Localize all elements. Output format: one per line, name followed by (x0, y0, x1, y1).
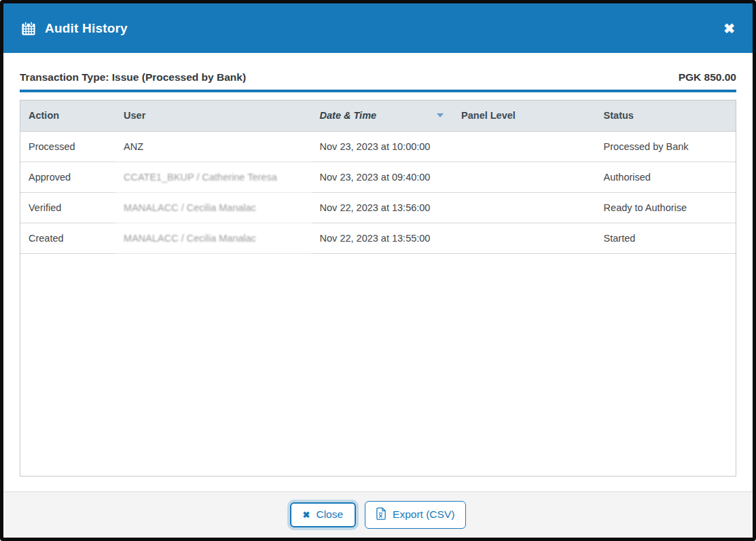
file-csv-icon (376, 507, 386, 523)
modal-footer: ✖ Close Export (CSV) (3, 491, 753, 538)
cell-user: ANZ (115, 131, 312, 162)
transaction-type-label: Transaction Type: Issue (Processed by Ba… (20, 71, 246, 83)
cell-action: Verified (20, 192, 115, 223)
cell-action: Processed (20, 131, 115, 162)
column-header-date-time[interactable]: Date & Time (312, 100, 453, 131)
cell-action: Approved (20, 162, 115, 192)
close-icon[interactable]: ✖ (723, 22, 735, 35)
cell-panel-level (453, 131, 596, 162)
cell-panel-level (453, 223, 596, 253)
cell-user: MANALACC / Cecilia Manalac (115, 192, 312, 223)
audit-history-table: Action User Date & Time Panel Level Stat… (20, 100, 736, 477)
cell-status: Ready to Authorise (596, 192, 736, 223)
cell-panel-level (453, 192, 596, 223)
table-row: Processed ANZ Nov 23, 2023 at 10:00:00 P… (20, 131, 736, 162)
cell-datetime: Nov 23, 2023 at 10:00:00 (312, 131, 453, 162)
transaction-amount: PGK 850.00 (679, 71, 736, 83)
export-csv-button[interactable]: Export (CSV) (365, 501, 466, 529)
cell-datetime: Nov 23, 2023 at 09:40:00 (312, 162, 453, 192)
cell-status: Authorised (596, 162, 736, 192)
cell-datetime: Nov 22, 2023 at 13:56:00 (312, 192, 453, 223)
table-row: Verified MANALACC / Cecilia Manalac Nov … (20, 192, 736, 223)
modal-header: Audit History ✖ (3, 3, 753, 53)
caret-down-icon (437, 113, 444, 117)
cell-status: Processed by Bank (596, 131, 736, 162)
table-row: Approved CCATE1_BKUP / Catherine Teresa … (20, 162, 736, 192)
column-header-action[interactable]: Action (20, 100, 115, 131)
column-header-user[interactable]: User (115, 100, 312, 131)
cell-datetime: Nov 22, 2023 at 13:55:00 (312, 223, 453, 253)
calendar-icon (21, 21, 36, 36)
modal-title: Audit History (45, 21, 128, 36)
column-header-panel-level[interactable]: Panel Level (453, 100, 596, 131)
close-button[interactable]: ✖ Close (290, 502, 357, 527)
cell-user: MANALACC / Cecilia Manalac (115, 223, 312, 253)
column-header-status[interactable]: Status (596, 100, 736, 131)
cell-panel-level (453, 162, 596, 192)
table-header-row: Action User Date & Time Panel Level Stat… (20, 100, 736, 131)
transaction-summary: Transaction Type: Issue (Processed by Ba… (3, 53, 753, 83)
table-row: Created MANALACC / Cecilia Manalac Nov 2… (20, 223, 736, 253)
x-icon: ✖ (303, 510, 310, 521)
summary-divider (20, 90, 736, 92)
cell-action: Created (20, 223, 115, 253)
cell-user: CCATE1_BKUP / Catherine Teresa (115, 162, 312, 192)
cell-status: Started (596, 223, 736, 253)
